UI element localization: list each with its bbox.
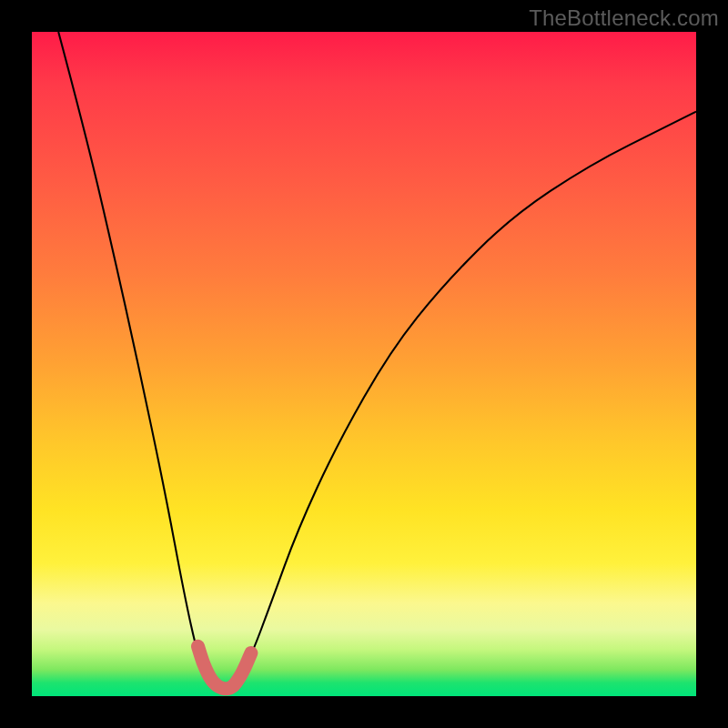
main-curve <box>58 32 696 689</box>
watermark-text: TheBottleneck.com <box>529 5 719 31</box>
chart-overlay <box>32 32 696 696</box>
chart-frame: TheBottleneck.com <box>0 0 728 728</box>
highlight-band <box>198 646 251 689</box>
